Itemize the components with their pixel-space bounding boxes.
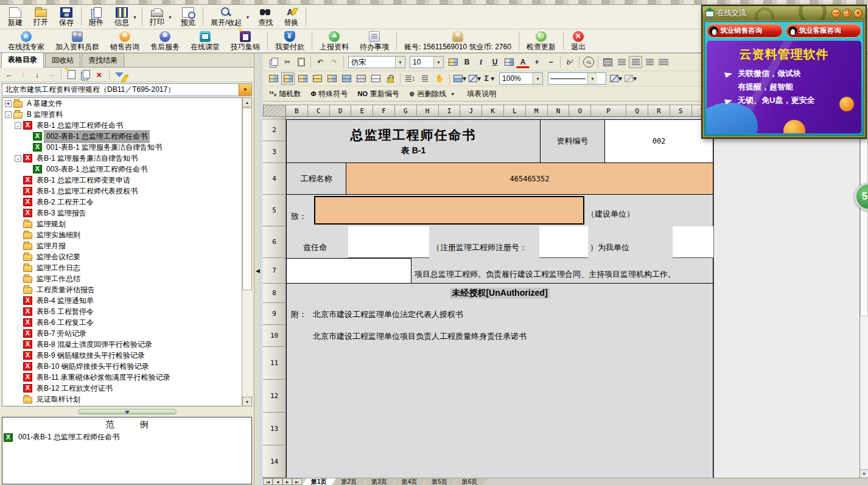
undo-icon[interactable]: ↶ [313, 56, 327, 68]
tree-expander[interactable]: + [5, 100, 12, 107]
tree-expander[interactable] [15, 199, 21, 206]
sheet-nav-button[interactable]: ▶| [292, 478, 302, 485]
scrollbar-thumb[interactable] [242, 108, 252, 290]
split-cell-icon[interactable] [310, 72, 324, 85]
sidebar-tool-button[interactable]: ← [3, 69, 15, 80]
qq-consult-button[interactable]: 筑业客服咨询 [786, 24, 862, 38]
sidebar-tab[interactable]: 表格目录 [1, 52, 44, 68]
tree-item[interactable]: 表B-5 工程暂停令 [2, 306, 251, 317]
popup-title-bar[interactable]: 在线交流 —❐× [702, 6, 866, 20]
tree-item[interactable]: + A 基建文件 [2, 98, 251, 109]
quick-toolbar-button[interactable]: 我要付款 [270, 29, 310, 52]
font-color-button[interactable]: A [516, 57, 530, 68]
tree-expander[interactable] [24, 133, 31, 140]
sidebar-tool-button[interactable]: ↑ [17, 69, 29, 80]
sheet-tab[interactable]: 第6页 [453, 478, 487, 485]
tree-expander[interactable]: - [5, 111, 12, 118]
tree-expander[interactable] [15, 363, 21, 370]
unit-blank-cell[interactable] [673, 226, 713, 258]
sidebar-tool-button[interactable]: ↓ [31, 69, 43, 80]
column-header[interactable]: K [482, 105, 504, 117]
tree-item[interactable]: 表B-11 承重砌体砂浆饱满度平行检验记录 [2, 372, 251, 383]
bold-button[interactable]: B [460, 56, 474, 68]
tree-item[interactable]: 监理实施细则 [2, 229, 251, 240]
insert-cell-right-icon[interactable] [296, 72, 309, 85]
tree-item[interactable]: - 表B-1 总监理工程师任命书 [2, 120, 251, 131]
cut-icon[interactable]: ✂ [281, 56, 294, 68]
zoom-select[interactable]: 100%▼ [499, 72, 543, 85]
tree-expander[interactable] [15, 254, 21, 260]
restore-icon[interactable]: ❐ [842, 9, 852, 18]
scroll-up-button[interactable]: ▲ [242, 97, 252, 107]
row-header[interactable]: 12 [263, 380, 286, 413]
diagonal-line-icon[interactable]: ▾ [609, 72, 623, 85]
ad-banner[interactable]: 云资料管理软件 关联微信，做试块 有提醒，超智能 [707, 41, 861, 133]
tree-item[interactable]: 表B-10 钢筋焊接接头平行检验记录 [2, 361, 251, 372]
tree-expander[interactable]: - [15, 155, 21, 162]
line-style-select[interactable]: ▼ [548, 72, 606, 85]
tree-expander[interactable] [15, 221, 21, 228]
tree-item[interactable]: 工程质量评估报告 [2, 284, 251, 295]
sidebar-tool-button[interactable] [113, 69, 125, 80]
font-family-select[interactable]: 仿宋▼ [348, 56, 405, 68]
toolbar-button[interactable]: 替换 [278, 5, 304, 29]
column-header[interactable]: I [439, 105, 461, 117]
doc-number-value[interactable]: 002 [605, 120, 713, 162]
tree-item[interactable]: - B 监理资料 [2, 109, 251, 120]
vertical-splitter[interactable]: ◀ [254, 54, 263, 485]
merge-cells-icon[interactable] [281, 72, 295, 85]
license-no-blank-cell[interactable] [539, 226, 588, 258]
column-header[interactable]: J [460, 105, 482, 117]
quick-toolbar-button[interactable]: 销售咨询 [105, 29, 145, 52]
addressee-input-cell[interactable] [314, 196, 584, 225]
column-header[interactable]: H [417, 105, 439, 117]
tree-item[interactable]: 表B-1 总监理工程师代表授权书 [2, 186, 251, 197]
quick-toolbar-button[interactable]: 账号: 15611569010 筑业币: 2760 [399, 29, 517, 52]
row-header[interactable]: 4 [263, 163, 286, 195]
toolbar-button[interactable]: 打开 [28, 5, 54, 29]
sidebar-tab[interactable]: 查找结果 [82, 53, 124, 67]
clear-format-icon[interactable]: ✋ [433, 72, 446, 85]
line-spacing-increase-icon[interactable]: ↕ [404, 72, 417, 85]
splitter-handle[interactable] [78, 409, 177, 414]
tree-item[interactable]: 表B-12 工程款支付证书 [2, 383, 251, 394]
standard-selector-value[interactable]: 北京市建筑工程资料管理规程（DB11／T695-2017） [2, 84, 239, 96]
toolbar-button[interactable]: 展开/收起 [205, 5, 253, 29]
tree-item[interactable]: 002-表B-1 总监理工程师任命书 [2, 131, 251, 142]
sum-button[interactable]: Σ ▾ [483, 72, 496, 85]
sidebar-tool-button[interactable]: → [45, 69, 57, 80]
sheet-tab[interactable]: 第5页 [423, 478, 457, 485]
quick-toolbar-button[interactable]: 检查更新 [521, 29, 561, 52]
tree-expander[interactable] [15, 330, 21, 337]
sheet-nav-button[interactable]: ◀ [273, 478, 282, 485]
tree-item[interactable]: 表B-9 钢筋螺纹接头平行检验记录 [2, 350, 251, 361]
column-header[interactable]: R [648, 105, 670, 117]
tree-item[interactable]: 监理会议纪要 [2, 251, 251, 262]
tree-item[interactable]: 表B-1 总监理工程师变更申请 [2, 175, 251, 186]
insert-row-icon[interactable] [325, 72, 338, 85]
tree-expander[interactable] [15, 265, 21, 271]
toolbar-button[interactable]: 预览 [175, 5, 201, 29]
quick-toolbar-button[interactable]: 在线找专家 [2, 29, 50, 52]
column-header[interactable]: P [591, 105, 626, 117]
tree-expander[interactable] [15, 374, 21, 381]
tree-item[interactable]: 表B-2 工程开工令 [2, 197, 251, 208]
tree-item[interactable]: 监理规划 [2, 218, 251, 229]
quick-toolbar-button[interactable]: 技巧集锦 [225, 29, 265, 52]
tree-item[interactable]: 003-表B-1 总监理工程师任命书 [2, 164, 251, 175]
column-header[interactable]: Q [626, 105, 648, 117]
sheet-tab[interactable]: 第4页 [393, 478, 427, 485]
toolbar-button[interactable]: 保存 [54, 5, 79, 29]
quick-toolbar-button[interactable]: 在线课堂 [185, 29, 225, 52]
increase-size-button[interactable]: + [530, 56, 544, 68]
column-header[interactable]: E [351, 105, 373, 117]
row-header[interactable]: 6 [263, 226, 286, 258]
sheet-tab[interactable]: 第3页 [363, 478, 396, 485]
tree-expander[interactable] [15, 396, 21, 403]
lock-cell-icon[interactable] [383, 72, 397, 85]
tree-expander[interactable] [15, 188, 21, 195]
form-title-cell[interactable]: 总监理工程师任命书 表 B-1 [287, 120, 541, 162]
column-header[interactable]: G [395, 105, 417, 117]
align-justify-icon[interactable] [601, 56, 614, 68]
font-size-select[interactable]: 10▼ [410, 56, 444, 68]
